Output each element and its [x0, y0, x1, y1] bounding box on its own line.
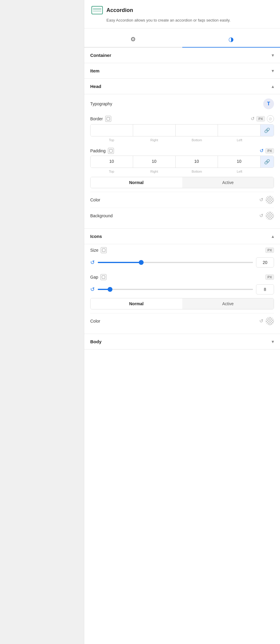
padding-bottom-input[interactable]: 10 — [176, 156, 218, 168]
border-left-input[interactable] — [218, 124, 261, 136]
border-top-label: Top — [90, 138, 133, 142]
icons-active-button[interactable]: Active — [182, 298, 274, 309]
icons-size-input[interactable] — [256, 257, 274, 268]
icons-chevron: ▴ — [272, 233, 274, 239]
border-input-grid: 🔗 — [90, 124, 274, 136]
icons-size-label: Size — [90, 248, 98, 253]
container-chevron: ▾ — [272, 52, 274, 58]
padding-unit-badge[interactable]: PX — [265, 148, 274, 154]
padding-header: Padding ↺ PX — [90, 145, 274, 156]
svg-rect-6 — [102, 276, 105, 279]
head-section-header[interactable]: Head ▴ — [84, 79, 280, 94]
head-color-label: Color — [90, 198, 100, 202]
border-top-input[interactable] — [91, 124, 133, 136]
icons-section-content: Size PX ↺ Gap PX — [84, 244, 280, 334]
icons-color-reset[interactable]: ↺ — [259, 318, 263, 324]
settings-icon: ⚙ — [130, 36, 136, 43]
item-section-header[interactable]: Item ▾ — [84, 63, 280, 79]
padding-right-label: Right — [133, 169, 175, 173]
icons-size-responsive-icon[interactable] — [101, 247, 107, 253]
padding-reset-button[interactable]: ↺ — [260, 148, 264, 154]
icons-size-unit-badge[interactable]: PX — [265, 247, 274, 253]
padding-link-button[interactable]: 🔗 — [261, 156, 274, 168]
svg-rect-3 — [107, 117, 110, 120]
icons-section-header[interactable]: Icons ▴ — [84, 229, 280, 244]
typography-button[interactable]: T — [263, 98, 274, 109]
icons-gap-input[interactable] — [256, 284, 274, 294]
border-input-labels: Top Right Bottom Left — [90, 138, 274, 142]
padding-responsive-icon[interactable] — [108, 148, 114, 154]
icons-gap-unit-badge[interactable]: PX — [265, 274, 274, 280]
sidebar-left — [0, 0, 84, 644]
plugin-title: Accordion — [106, 7, 133, 13]
head-background-row: Background ↺ — [90, 208, 274, 224]
head-color-reset[interactable]: ↺ — [259, 197, 263, 203]
head-color-picker[interactable] — [266, 196, 274, 204]
typography-btn-text: T — [267, 101, 270, 107]
icons-size-reset[interactable]: ↺ — [90, 259, 95, 266]
padding-top-input[interactable]: 10 — [91, 156, 133, 168]
border-no-icon[interactable]: ⊘ — [267, 115, 274, 122]
svg-rect-2 — [93, 10, 101, 12]
main-panel: Accordion Easy Accordion allows you to c… — [84, 0, 280, 644]
head-toggle-group: Normal Active — [90, 177, 274, 188]
svg-rect-4 — [109, 149, 112, 152]
border-right-input[interactable] — [133, 124, 176, 136]
icons-size-track[interactable] — [98, 262, 253, 263]
border-bottom-label: Bottom — [176, 138, 218, 142]
padding-left-label: Left — [218, 169, 261, 173]
svg-rect-5 — [102, 249, 105, 252]
icons-size-fill — [98, 262, 141, 263]
padding-input-labels: Top Right Bottom Left — [90, 169, 274, 173]
svg-rect-1 — [93, 8, 101, 10]
plugin-title-row: Accordion — [91, 6, 273, 14]
icons-gap-slider-row: ↺ — [90, 284, 274, 294]
padding-top-label: Top — [90, 169, 133, 173]
padding-right-input[interactable]: 10 — [133, 156, 176, 168]
item-label: Item — [90, 68, 100, 73]
icons-size-thumb[interactable] — [139, 260, 144, 265]
body-section-header[interactable]: Body ▾ — [84, 334, 280, 350]
typography-label: Typography — [90, 101, 112, 106]
padding-controls: ↺ PX — [260, 148, 274, 154]
icons-gap-track[interactable] — [98, 289, 253, 290]
item-chevron: ▾ — [272, 68, 274, 74]
border-responsive-icon[interactable] — [105, 116, 111, 122]
border-bottom-input[interactable] — [176, 124, 218, 136]
icons-size-slider-row: ↺ — [90, 257, 274, 268]
icons-color-label: Color — [90, 319, 100, 323]
padding-bottom-label: Bottom — [176, 169, 218, 173]
head-label: Head — [90, 84, 101, 89]
head-background-reset[interactable]: ↺ — [259, 213, 263, 218]
icons-color-controls: ↺ — [259, 317, 274, 325]
border-link-button[interactable]: 🔗 — [261, 124, 274, 136]
head-section-content: Typography T Border ↺ PX ⊘ — [84, 94, 280, 229]
tab-style[interactable]: ◑ — [182, 31, 280, 47]
icons-gap-thumb[interactable] — [108, 287, 112, 292]
icons-normal-button[interactable]: Normal — [91, 298, 182, 309]
border-row: Border ↺ PX ⊘ — [90, 112, 274, 124]
head-background-controls: ↺ — [259, 212, 274, 220]
border-unit-badge[interactable]: PX — [256, 116, 265, 121]
head-active-button[interactable]: Active — [182, 177, 274, 188]
border-right-label: Right — [133, 138, 175, 142]
padding-left-input[interactable]: 10 — [218, 156, 261, 168]
head-chevron: ▴ — [272, 83, 274, 89]
svg-rect-0 — [92, 6, 103, 14]
tab-settings[interactable]: ⚙ — [84, 31, 182, 47]
head-color-row: Color ↺ — [90, 192, 274, 208]
head-background-picker[interactable] — [266, 212, 274, 220]
icons-gap-reset[interactable]: ↺ — [90, 286, 95, 293]
icons-label: Icons — [90, 234, 102, 239]
padding-input-grid: 10 10 10 10 🔗 — [90, 156, 274, 168]
icons-color-picker[interactable] — [266, 317, 274, 325]
body-chevron: ▾ — [272, 339, 274, 344]
border-label: Border — [90, 116, 103, 121]
border-reset-button[interactable]: ↺ — [251, 116, 255, 121]
icons-gap-responsive-icon[interactable] — [100, 274, 106, 280]
icons-toggle-group: Normal Active — [90, 298, 274, 309]
icons-gap-label-group: Gap — [90, 274, 106, 280]
container-section-header[interactable]: Container ▾ — [84, 48, 280, 63]
head-normal-button[interactable]: Normal — [91, 177, 182, 188]
icons-gap-label: Gap — [90, 275, 98, 280]
